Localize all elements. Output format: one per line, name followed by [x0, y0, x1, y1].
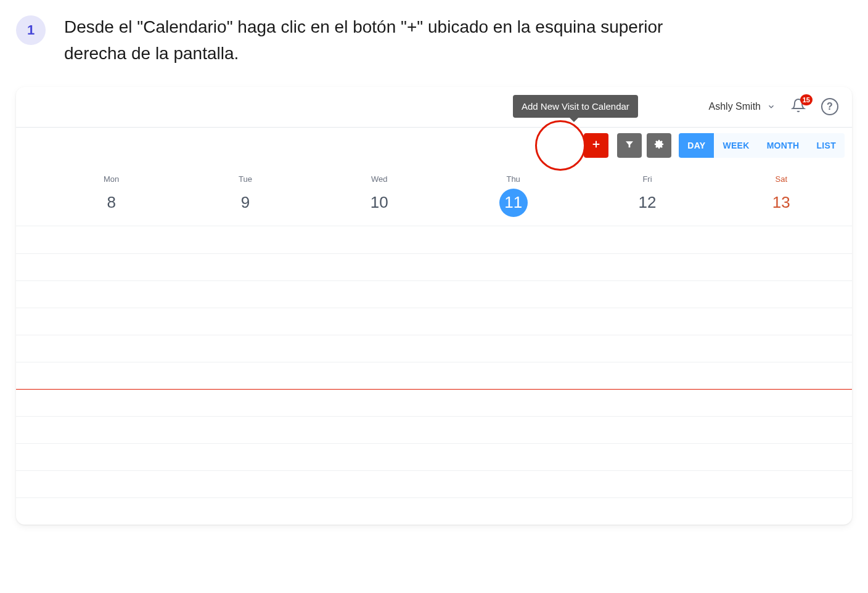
settings-button[interactable] [647, 133, 671, 158]
step-text: Desde el "Calendario" haga clic en el bo… [64, 14, 730, 67]
question-icon: ? [827, 101, 833, 112]
user-name: Ashly Smith [709, 101, 761, 112]
filter-button[interactable] [617, 133, 642, 158]
notifications-button[interactable]: 15 [788, 96, 809, 117]
day-col-mon[interactable]: Mon 8 [44, 174, 178, 217]
add-visit-button[interactable] [584, 133, 608, 158]
step-instruction: 1 Desde el "Calendario" haga clic en el … [16, 14, 852, 67]
day-col-sat[interactable]: Sat 13 [714, 174, 848, 217]
view-day[interactable]: DAY [679, 133, 714, 158]
time-slot[interactable] [16, 443, 852, 470]
highlight-circle [535, 120, 586, 171]
time-slot[interactable] [16, 280, 852, 308]
time-slot[interactable] [16, 253, 852, 280]
day-number: 9 [231, 189, 260, 217]
day-number: 13 [767, 189, 795, 217]
plus-icon [591, 139, 601, 152]
app-screenshot: Add New Visit to Calendar Ashly Smith 15… [16, 87, 852, 525]
time-slot[interactable] [16, 308, 852, 335]
gear-icon [654, 139, 664, 152]
svg-marker-2 [626, 141, 633, 147]
time-slot[interactable] [16, 362, 852, 389]
view-week[interactable]: WEEK [714, 133, 758, 158]
day-col-tue[interactable]: Tue 9 [178, 174, 312, 217]
current-time-line [16, 389, 852, 416]
help-button[interactable]: ? [821, 98, 838, 115]
view-switcher: DAY WEEK MONTH LIST [679, 133, 845, 158]
day-col-fri[interactable]: Fri 12 [580, 174, 714, 217]
svg-rect-1 [593, 144, 600, 145]
dow-label: Tue [178, 174, 312, 184]
day-number-today: 11 [499, 189, 528, 217]
step-number-badge: 1 [16, 15, 46, 45]
time-slot[interactable] [16, 497, 852, 525]
dow-label: Mon [44, 174, 178, 184]
app-header: Add New Visit to Calendar Ashly Smith 15… [16, 87, 852, 128]
add-visit-tooltip: Add New Visit to Calendar [513, 95, 638, 118]
filter-icon [624, 139, 634, 152]
view-month[interactable]: MONTH [758, 133, 808, 158]
time-slot[interactable] [16, 416, 852, 443]
calendar-toolbar: DAY WEEK MONTH LIST [16, 128, 852, 163]
dow-label: Sat [714, 174, 848, 184]
notification-count-badge: 15 [800, 94, 813, 105]
day-col-thu[interactable]: Thu 11 [446, 174, 580, 217]
dow-label: Thu [446, 174, 580, 184]
time-slot[interactable] [16, 335, 852, 362]
chevron-down-icon [767, 102, 776, 111]
day-number: 8 [97, 189, 126, 217]
time-slot[interactable] [16, 470, 852, 497]
day-number: 12 [633, 189, 661, 217]
day-number: 10 [365, 189, 393, 217]
time-slot[interactable] [16, 226, 852, 253]
calendar-grid[interactable] [16, 226, 852, 525]
day-col-wed[interactable]: Wed 10 [313, 174, 446, 217]
calendar-days-header: Mon 8 Tue 9 Wed 10 Thu 11 Fri 12 Sat 13 [16, 163, 852, 226]
view-list[interactable]: LIST [808, 133, 845, 158]
user-menu[interactable]: Ashly Smith [709, 101, 776, 112]
dow-label: Fri [580, 174, 714, 184]
dow-label: Wed [313, 174, 446, 184]
